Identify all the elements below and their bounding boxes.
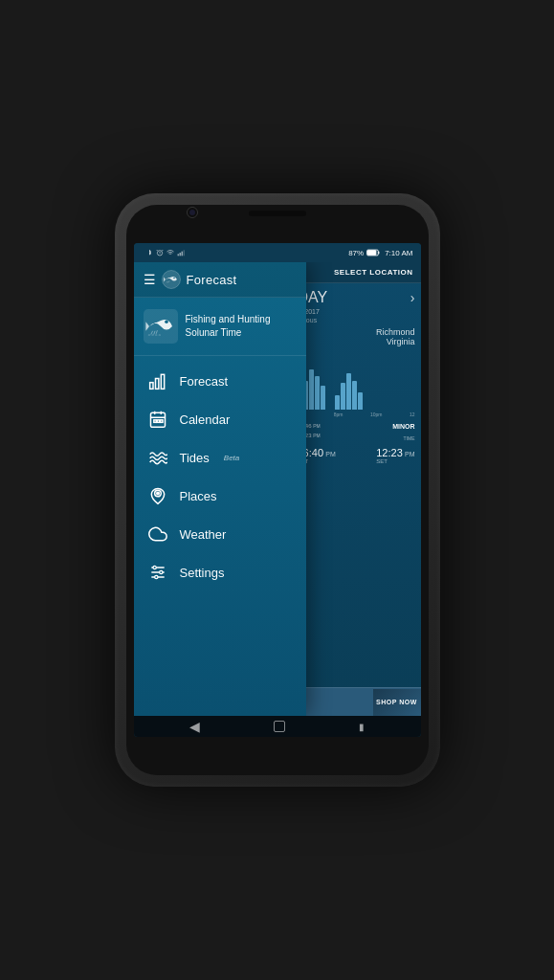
svg-rect-14 — [158, 334, 160, 335]
calendar-icon — [147, 409, 168, 430]
app-logo-small — [162, 270, 181, 289]
nav-item-settings[interactable]: Settings — [134, 553, 306, 591]
menu-icon[interactable]: ☰ — [144, 272, 156, 287]
svg-rect-16 — [155, 379, 158, 390]
minor-time-label: TIME — [392, 435, 414, 441]
svg-point-26 — [156, 492, 159, 495]
nav-item-weather[interactable]: Weather — [134, 515, 306, 553]
chart-bar — [321, 386, 325, 410]
today-row: DAY › — [298, 289, 415, 306]
status-bar: 87% 7:10 AM — [134, 243, 421, 262]
chart-bar — [352, 381, 357, 410]
chevron-right-icon[interactable]: › — [410, 290, 415, 305]
chart-bar — [346, 373, 351, 410]
ad-banner: AD SHOP NOW — [292, 687, 421, 716]
ad-content[interactable]: AD SHOP NOW — [373, 689, 421, 716]
drawer-app-info: Fishing and Hunting Solunar Time — [134, 298, 306, 356]
nav-label-places: Places — [180, 489, 217, 503]
location-line1: Richmond — [376, 327, 415, 337]
svg-rect-6 — [367, 251, 376, 256]
home-nav-button[interactable] — [274, 721, 285, 732]
minor-label: MINOR — [392, 423, 414, 430]
nav-label-settings: Settings — [180, 566, 225, 580]
nav-items-list: Forecast Calendar — [134, 356, 306, 716]
sun-set-suffix: PM — [405, 451, 415, 457]
main-screen-body: DAY › 0, 2017 ibbous Richmond Virginia — [292, 283, 421, 687]
solunar-chart — [298, 352, 415, 410]
weather-icon — [147, 523, 168, 545]
chart-bar — [341, 383, 345, 410]
svg-rect-13 — [155, 334, 157, 335]
sun-info: 06:40 PM SET 12:23 PM SET — [298, 447, 415, 464]
svg-point-32 — [154, 575, 157, 578]
svg-rect-12 — [151, 334, 153, 335]
drawer-header: ☰ Forecast — [134, 262, 306, 298]
nav-label-weather: Weather — [180, 527, 227, 542]
ad-text: SHOP NOW — [376, 699, 417, 705]
recents-nav-button[interactable]: ▮ — [359, 722, 365, 732]
navigation-drawer: ☰ Forecast — [134, 262, 306, 716]
svg-rect-23 — [157, 420, 160, 423]
nav-label-calendar: Calendar — [180, 412, 231, 427]
tides-icon — [147, 447, 168, 468]
app-logo-large — [144, 309, 178, 344]
time-minor-row: 11:46 PM 01:23 PM MINOR TIME — [298, 423, 415, 447]
chart-bar — [309, 369, 314, 410]
app-name-line2: Solunar Time — [186, 326, 271, 340]
status-bar-right: 87% 7:10 AM — [348, 249, 412, 257]
sun-set-time: 12:23 — [376, 447, 403, 458]
time1-suffix: PM — [313, 423, 321, 429]
nav-label-forecast: Forecast — [180, 374, 229, 389]
svg-point-30 — [153, 566, 156, 568]
svg-rect-15 — [149, 383, 152, 390]
svg-rect-3 — [181, 252, 182, 256]
chart-bar — [315, 376, 320, 410]
back-nav-button[interactable]: ◀ — [189, 719, 200, 734]
svg-rect-24 — [160, 420, 163, 423]
nav-item-places[interactable]: Places — [134, 477, 306, 515]
status-bar-left-icons — [145, 249, 185, 256]
bluetooth-icon — [145, 249, 153, 256]
nav-item-calendar[interactable]: Calendar — [134, 400, 306, 438]
chart-label-12: 12 — [410, 412, 415, 417]
sun-set-item: 12:23 PM SET — [376, 447, 414, 464]
chart-label-8pm: 8pm — [334, 412, 343, 417]
phone-device: 87% 7:10 AM ☰ — [115, 193, 440, 787]
front-camera — [187, 207, 198, 218]
nav-label-tides: Tides — [180, 451, 210, 465]
svg-rect-2 — [179, 253, 180, 256]
alarm-icon — [156, 249, 164, 256]
tides-beta-badge: Beta — [224, 454, 239, 462]
svg-rect-11 — [147, 334, 149, 335]
bar-group-2 — [335, 373, 363, 410]
svg-point-10 — [165, 320, 168, 323]
time2-suffix: PM — [313, 433, 321, 438]
main-screen: SELECT LOCATION DAY › 0, 2017 ibbous Ric… — [292, 262, 421, 716]
places-icon — [147, 485, 168, 506]
main-screen-header: SELECT LOCATION — [292, 262, 421, 283]
chart-labels: 6pm 8pm 10pm 12 — [298, 412, 415, 417]
app-content: ☰ Forecast — [134, 262, 421, 716]
sun-rise-suffix: PM — [325, 451, 336, 457]
select-location-button[interactable]: SELECT LOCATION — [334, 268, 412, 277]
forecast-icon — [147, 370, 168, 391]
svg-rect-4 — [183, 250, 184, 256]
nav-item-forecast[interactable]: Forecast — [134, 362, 306, 400]
chart-label-10pm: 10pm — [370, 412, 383, 417]
minor-time-label-block: MINOR TIME — [392, 423, 414, 447]
app-name-line1: Fishing and Hunting — [186, 313, 271, 326]
battery-percent: 87% — [348, 249, 364, 257]
nav-item-tides[interactable]: Tides Beta — [134, 438, 306, 477]
phone-screen-area: 87% 7:10 AM ☰ — [126, 205, 429, 775]
speaker — [249, 211, 306, 216]
svg-rect-17 — [161, 374, 164, 389]
drawer-title: Forecast — [187, 273, 237, 287]
wifi-icon — [166, 249, 174, 256]
location-line2: Virginia — [387, 337, 415, 346]
settings-icon — [147, 562, 168, 583]
status-time: 7:10 AM — [385, 249, 412, 257]
svg-point-8 — [173, 278, 175, 279]
location-text: Richmond Virginia — [298, 327, 415, 346]
signal-icon — [177, 249, 185, 256]
chart-bar — [335, 395, 340, 410]
